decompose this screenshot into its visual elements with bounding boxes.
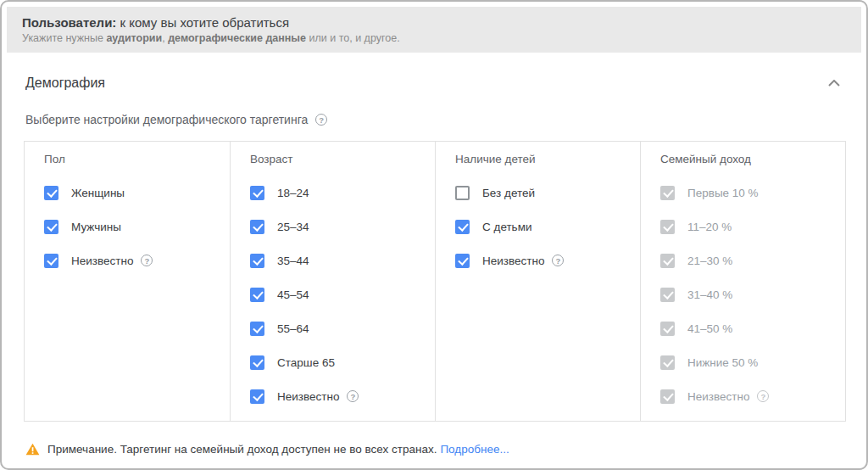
checkbox-row-age-25-34: 25–34 bbox=[250, 219, 430, 234]
collapse-section-button[interactable] bbox=[824, 73, 844, 93]
checkbox-label-male: Мужчины bbox=[71, 221, 121, 233]
checkbox-age-unknown[interactable] bbox=[250, 389, 264, 404]
checkbox-row-no-children: Без детей bbox=[455, 185, 635, 200]
users-step-title: Пользователи: к кому вы хотите обратитьс… bbox=[22, 14, 846, 31]
checkbox-row-age-35-44: 35–44 bbox=[250, 253, 430, 268]
checkbox-male[interactable] bbox=[44, 220, 58, 234]
checkbox-label-income-41-50: 41–50 % bbox=[687, 322, 732, 335]
demography-card-header: Демография bbox=[15, 53, 853, 93]
learn-more-link[interactable]: Подробнее... bbox=[440, 443, 509, 456]
checkbox-age-18-24[interactable] bbox=[250, 186, 264, 200]
checkbox-age-55-64[interactable] bbox=[250, 322, 264, 336]
checkbox-label-age-65-plus: Старше 65 bbox=[277, 356, 335, 369]
checkbox-label-parental-unknown: Неизвестно bbox=[482, 255, 544, 267]
chevron-up-icon bbox=[828, 80, 840, 87]
help-icon[interactable]: ? bbox=[552, 255, 564, 266]
checkbox-income-top-10 bbox=[660, 186, 675, 200]
checkbox-female[interactable] bbox=[44, 186, 58, 200]
section-title: Демография bbox=[25, 76, 105, 91]
checkbox-label-female: Женщины bbox=[71, 187, 125, 199]
checkbox-label-age-unknown: Неизвестно bbox=[277, 390, 339, 403]
checkbox-label-age-18-24: 18–24 bbox=[277, 187, 309, 199]
checkbox-parental-unknown[interactable] bbox=[455, 254, 470, 268]
column-parental-status: Наличие детейБез детейС детьмиНеизвестно… bbox=[435, 142, 640, 421]
subtitle-audiences: аудитории bbox=[106, 32, 162, 44]
checkbox-row-age-45-54: 45–54 bbox=[250, 287, 430, 302]
users-step-header: Пользователи: к кому вы хотите обратитьс… bbox=[7, 7, 861, 53]
column-header-parental-status: Наличие детей bbox=[455, 153, 635, 166]
checkbox-gender-unknown[interactable] bbox=[44, 254, 58, 268]
checkbox-income-unknown bbox=[660, 389, 675, 404]
checkbox-label-age-25-34: 25–34 bbox=[277, 221, 309, 233]
checkbox-label-income-lower-50: Нижние 50 % bbox=[687, 356, 758, 369]
checkbox-label-no-children: Без детей bbox=[482, 187, 535, 199]
column-gender: ПолЖенщиныМужчиныНеизвестно? bbox=[25, 142, 230, 421]
checkbox-label-income-21-30: 21–30 % bbox=[687, 255, 732, 267]
users-step-title-rest: к кому вы хотите обратиться bbox=[116, 15, 289, 30]
checkbox-row-gender-unknown: Неизвестно? bbox=[44, 253, 225, 268]
checkbox-row-male: Мужчины bbox=[44, 219, 225, 234]
warning-triangle-icon bbox=[25, 443, 40, 456]
demography-card: Демография Выберите настройки демографич… bbox=[7, 53, 861, 456]
checkbox-label-income-11-20: 11–20 % bbox=[687, 221, 732, 233]
demographics-table: ПолЖенщиныМужчиныНеизвестно?Возраст18–24… bbox=[24, 141, 846, 422]
column-household-income: Семейный доходПервые 10 %11–20 %21–30 %3… bbox=[640, 142, 845, 421]
column-header-age: Возраст bbox=[250, 153, 430, 166]
checkbox-income-lower-50 bbox=[660, 355, 675, 370]
checkbox-income-11-20 bbox=[660, 220, 675, 234]
checkbox-age-65-plus[interactable] bbox=[250, 355, 264, 370]
checkbox-row-income-11-20: 11–20 % bbox=[660, 219, 840, 234]
checkbox-label-income-unknown: Неизвестно bbox=[687, 390, 749, 403]
checkbox-row-income-41-50: 41–50 % bbox=[660, 321, 840, 336]
users-step-title-bold: Пользователи: bbox=[22, 15, 116, 30]
help-icon[interactable]: ? bbox=[315, 114, 327, 126]
targeting-settings-label: Выберите настройки демографического тарг… bbox=[25, 113, 308, 126]
checkbox-row-income-top-10: Первые 10 % bbox=[660, 185, 840, 200]
column-header-gender: Пол bbox=[44, 153, 225, 166]
users-step-subtitle: Укажите нужные аудитории, демографически… bbox=[22, 31, 846, 46]
income-note: Примечание. Таргетинг на семейный доход … bbox=[25, 443, 843, 456]
checkbox-income-21-30 bbox=[660, 254, 675, 268]
checkbox-row-income-31-40: 31–40 % bbox=[660, 287, 840, 302]
checkbox-row-parental-unknown: Неизвестно? bbox=[455, 253, 635, 268]
checkbox-label-income-top-10: Первые 10 % bbox=[687, 187, 759, 199]
checkbox-row-female: Женщины bbox=[44, 185, 225, 200]
subtitle-tail: или и то, и другое. bbox=[306, 32, 400, 44]
checkbox-row-age-55-64: 55–64 bbox=[250, 321, 430, 336]
subtitle-demographics: демографические данные bbox=[168, 32, 306, 44]
demographics-panel: Пользователи: к кому вы хотите обратитьс… bbox=[0, 0, 868, 470]
checkbox-no-children[interactable] bbox=[455, 186, 470, 200]
checkbox-label-age-55-64: 55–64 bbox=[277, 322, 309, 335]
targeting-settings-label-row: Выберите настройки демографического тарг… bbox=[15, 93, 853, 126]
checkbox-age-25-34[interactable] bbox=[250, 220, 264, 234]
column-header-household-income: Семейный доход bbox=[660, 153, 840, 166]
checkbox-with-children[interactable] bbox=[455, 220, 470, 234]
help-icon[interactable]: ? bbox=[757, 390, 769, 402]
checkbox-age-45-54[interactable] bbox=[250, 288, 264, 302]
checkbox-income-31-40 bbox=[660, 288, 675, 302]
checkbox-row-age-unknown: Неизвестно? bbox=[250, 389, 430, 404]
checkbox-row-income-21-30: 21–30 % bbox=[660, 253, 840, 268]
checkbox-row-income-unknown: Неизвестно? bbox=[660, 389, 840, 404]
checkbox-row-age-18-24: 18–24 bbox=[250, 185, 430, 200]
checkbox-label-income-31-40: 31–40 % bbox=[687, 288, 732, 301]
checkbox-label-age-35-44: 35–44 bbox=[277, 255, 309, 267]
help-icon[interactable]: ? bbox=[347, 390, 359, 402]
checkbox-row-age-65-plus: Старше 65 bbox=[250, 355, 430, 370]
checkbox-label-gender-unknown: Неизвестно bbox=[71, 255, 133, 267]
column-age: Возраст18–2425–3435–4445–5455–64Старше 6… bbox=[230, 142, 435, 421]
checkbox-row-with-children: С детьми bbox=[455, 219, 635, 234]
subtitle-text: Укажите нужные bbox=[22, 32, 106, 44]
checkbox-income-41-50 bbox=[660, 322, 675, 336]
checkbox-age-35-44[interactable] bbox=[250, 254, 264, 268]
checkbox-label-with-children: С детьми bbox=[482, 221, 531, 233]
checkbox-row-income-lower-50: Нижние 50 % bbox=[660, 355, 840, 370]
income-note-text: Примечание. Таргетинг на семейный доход … bbox=[47, 443, 437, 456]
checkbox-label-age-45-54: 45–54 bbox=[277, 288, 309, 301]
help-icon[interactable]: ? bbox=[141, 255, 153, 266]
